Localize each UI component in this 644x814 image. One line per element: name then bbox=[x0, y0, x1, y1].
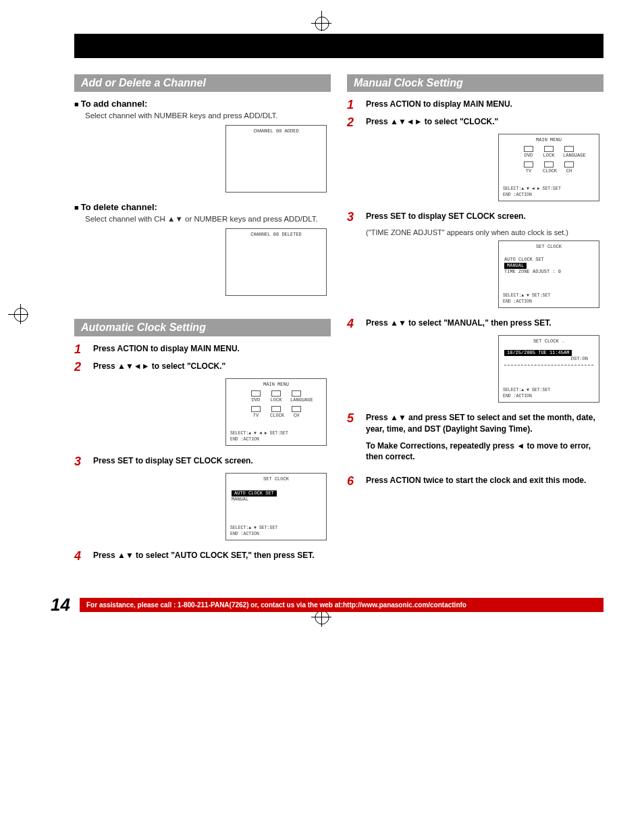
step-number: 5 bbox=[347, 412, 359, 424]
step-number: 4 bbox=[347, 317, 359, 330]
step-number: 3 bbox=[347, 211, 359, 223]
left-column: Add or Delete a Channel To add channel: … bbox=[74, 74, 331, 567]
add-channel-text: Select channel with NUMBER keys and pres… bbox=[85, 110, 331, 121]
screen-set-clock-auto: SET CLOCK AUTO CLOCK SET MANUAL SELECT:▲… bbox=[225, 473, 327, 540]
step-text: Press ACTION to display MAIN MENU. bbox=[366, 99, 603, 110]
manual-step-5: 5 Press ▲▼ and press SET to select and s… bbox=[347, 412, 603, 463]
step-number: 6 bbox=[347, 475, 359, 487]
screen-title: MAIN MENU bbox=[502, 137, 596, 143]
step-text: Press ▲▼ to select "MANUAL," then press … bbox=[366, 317, 603, 329]
screen-title: SET CLOCK bbox=[229, 476, 323, 482]
manual-step-1: 1 Press ACTION to display MAIN MENU. bbox=[347, 99, 603, 111]
step-text: Press SET to display SET CLOCK screen. bbox=[366, 211, 603, 222]
step-text: Press ACTION to display MAIN MENU. bbox=[93, 343, 331, 355]
crop-mark-left bbox=[12, 306, 30, 324]
screen-set-clock-date: SET CLOCK . 10/25/2005 TUE 11:45AM DST:O… bbox=[498, 335, 599, 403]
screen-channel-deleted: CHANNEL 08 DELETED bbox=[225, 228, 327, 296]
auto-step-3: 3 Press SET to display SET CLOCK screen. bbox=[74, 455, 331, 467]
step-text: Press ▲▼◄► to select "CLOCK." bbox=[93, 361, 331, 372]
screen-main-menu: MAIN MENU DVD LOCK LANGUAGE TV CLOCK CH … bbox=[225, 378, 327, 446]
right-column: Manual Clock Setting 1 Press ACTION to d… bbox=[347, 74, 603, 567]
auto-step-1: 1 Press ACTION to display MAIN MENU. bbox=[74, 343, 331, 355]
manual-step-2: 2 Press ▲▼◄► to select "CLOCK." bbox=[347, 116, 603, 128]
step-number: 1 bbox=[74, 343, 86, 355]
step-number: 3 bbox=[74, 455, 86, 467]
screen-title: SET CLOCK . bbox=[502, 338, 596, 345]
screen-set-clock-tz: SET CLOCK AUTO CLOCK SET MANUAL TIME ZON… bbox=[498, 240, 599, 308]
section-manual-clock-title: Manual Clock Setting bbox=[347, 74, 603, 92]
svg-point-0 bbox=[315, 17, 329, 30]
step-number: 2 bbox=[74, 361, 86, 373]
auto-step-2: 2 Press ▲▼◄► to select "CLOCK." bbox=[74, 361, 331, 373]
auto-step-4: 4 Press ▲▼ to select "AUTO CLOCK SET," t… bbox=[74, 550, 331, 562]
section-add-delete-title: Add or Delete a Channel bbox=[74, 74, 331, 92]
screen-channel-added: CHANNEL 08 ADDED bbox=[225, 125, 327, 193]
manual-step-3: 3 Press SET to display SET CLOCK screen. bbox=[347, 211, 603, 223]
step-text: Press SET to display SET CLOCK screen. bbox=[93, 455, 331, 467]
print-swatches-left bbox=[37, 0, 213, 8]
delete-channel-text: Select channel with CH ▲▼ or NUMBER keys… bbox=[85, 213, 331, 224]
page-number: 14 bbox=[41, 594, 70, 615]
screen-text: CHANNEL 08 ADDED bbox=[229, 128, 323, 134]
assistance-bar: For assistance, please call : 1-800-211-… bbox=[80, 598, 603, 612]
svg-point-1 bbox=[14, 308, 28, 322]
manual-step-3-sub: ("TIME ZONE ADJUST" appears only when au… bbox=[366, 228, 603, 236]
screen-title: MAIN MENU bbox=[229, 382, 323, 388]
manual-step-4: 4 Press ▲▼ to select "MANUAL," then pres… bbox=[347, 317, 603, 330]
section-auto-clock-title: Automatic Clock Setting bbox=[74, 319, 331, 336]
screen-title: SET CLOCK bbox=[502, 244, 596, 250]
delete-channel-heading: To delete channel: bbox=[74, 202, 331, 212]
footer-row: 14 For assistance, please call : 1-800-2… bbox=[41, 594, 603, 615]
header-bar bbox=[74, 34, 603, 58]
manual-step-6: 6 Press ACTION twice to start the clock … bbox=[347, 475, 603, 487]
step-number: 2 bbox=[347, 116, 359, 128]
print-swatches-right bbox=[418, 0, 607, 8]
step-text: Press ▲▼ and press SET to select and set… bbox=[366, 412, 603, 463]
step-text: Press ▲▼ to select "AUTO CLOCK SET," the… bbox=[93, 550, 331, 561]
add-channel-heading: To add channel: bbox=[74, 99, 331, 109]
step-text: Press ▲▼◄► to select "CLOCK." bbox=[366, 116, 603, 128]
screen-main-menu-r: MAIN MENU DVD LOCK LANGUAGE TV CLOCK CH … bbox=[498, 134, 599, 201]
crop-mark-top bbox=[313, 15, 331, 32]
step-number: 4 bbox=[74, 550, 86, 562]
step-number: 1 bbox=[347, 99, 359, 111]
screen-text: CHANNEL 08 DELETED bbox=[229, 232, 323, 238]
step-text: Press ACTION twice to start the clock an… bbox=[366, 475, 603, 486]
